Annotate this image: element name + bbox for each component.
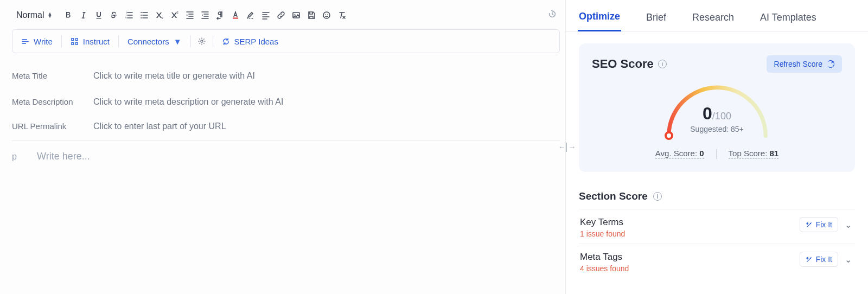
refresh-score-button[interactable]: Refresh Score [767,55,842,73]
meta-title-label: Meta Title [12,71,93,80]
fix-it-button[interactable]: Fix It [800,217,838,232]
write-button[interactable]: Write [15,33,59,50]
clear-format-button[interactable] [334,8,349,23]
editor-column: Normal ▲▼ 2 2 [0,0,565,294]
info-icon[interactable]: i [658,60,667,68]
svg-text:2: 2 [162,16,164,20]
unordered-list-button[interactable] [137,8,152,23]
expand-toggle[interactable]: ⌄ [843,252,854,267]
block-type-indicator: p [12,151,22,162]
main-editor-input[interactable] [37,151,90,162]
paragraph-style-label: Normal [16,10,44,20]
text-direction-button[interactable] [213,8,228,23]
fix-it-label: Fix It [816,255,832,264]
suggested-label: Suggested: [690,125,731,133]
url-permalink-row: URL Permalink Click to enter last part o… [12,115,560,141]
section-score-header: Section Score i [579,190,855,202]
italic-button[interactable] [76,8,91,23]
svg-rect-12 [75,38,78,40]
history-icon[interactable] [545,9,560,22]
svg-point-0 [141,12,142,13]
refresh-score-label: Refresh Score [774,60,822,68]
settings-action-button[interactable] [193,33,210,50]
score-item-issues: 1 issue found [580,229,800,238]
magic-wand-icon [806,256,813,263]
score-gauge: 0/100 Suggested: 85+ [660,78,774,137]
editor-body: p [12,151,560,162]
ai-action-bar: Write Instruct Connectors ▼ [12,29,560,53]
panel-tabs: Optimize Brief Research AI Templates [566,0,868,31]
tab-research[interactable]: Research [691,12,735,31]
fix-it-button[interactable]: Fix It [800,252,838,267]
score-item-name: Key Terms [580,217,800,228]
serp-ideas-button[interactable]: SERP Ideas [215,33,285,50]
meta-section: Meta Title Click to write meta title or … [12,63,560,141]
suggested-value: 85+ [731,125,744,133]
meta-title-input[interactable]: Click to write meta title or generate wi… [93,71,560,81]
info-icon[interactable]: i [653,192,662,201]
sort-icon: ▲▼ [48,12,53,18]
write-label: Write [34,37,53,46]
tab-ai-templates[interactable]: AI Templates [759,12,818,31]
serp-label: SERP Ideas [234,37,278,46]
meta-description-label: Meta Description [12,97,93,106]
instruct-label: Instruct [83,37,110,46]
svg-point-10 [328,14,328,15]
svg-rect-14 [75,42,78,44]
align-button[interactable] [258,8,273,23]
meta-description-row: Meta Description Click to write meta des… [12,89,560,115]
tab-brief[interactable]: Brief [645,12,667,31]
instruct-button[interactable]: Instruct [64,33,116,50]
superscript-button[interactable]: 2 [167,8,182,23]
resize-handle[interactable]: ←│→ [561,142,572,152]
score-item-meta-tags: Meta Tags 4 issues found Fix It ⌄ [579,244,855,278]
section-score-title: Section Score [579,190,648,202]
avg-score-stat: Avg. Score: 0 [655,149,704,159]
seo-score-value: 0 [703,104,712,123]
tab-optimize[interactable]: Optimize [578,11,621,31]
meta-description-input[interactable]: Click to write meta description or gener… [93,97,560,107]
fix-it-label: Fix It [816,220,832,229]
svg-rect-5 [233,18,238,19]
gear-icon [197,37,206,46]
outdent-button[interactable] [182,8,197,23]
score-item-key-terms: Key Terms 1 issue found Fix It ⌄ [579,209,855,244]
expand-toggle[interactable]: ⌄ [843,218,854,232]
url-permalink-input[interactable]: Click to enter last part of your URL [93,122,560,131]
url-permalink-label: URL Permalink [12,122,93,131]
save-button[interactable] [304,8,319,23]
text-color-button[interactable] [228,8,243,23]
bold-button[interactable] [61,8,76,23]
chevron-down-icon: ⌄ [845,255,852,264]
highlight-button[interactable] [243,8,258,23]
svg-point-9 [326,14,326,15]
top-score-stat: Top Score: 81 [729,149,779,159]
underline-button[interactable] [91,8,106,23]
ordered-list-button[interactable] [122,8,137,23]
score-item-issues: 4 issues found [580,264,800,273]
svg-text:2: 2 [177,11,179,14]
image-button[interactable] [289,8,304,23]
magic-wand-icon [806,221,813,228]
connectors-label: Connectors [127,37,169,46]
caret-down-icon: ▼ [174,37,182,46]
refresh-icon [827,60,834,68]
format-toolbar: Normal ▲▼ 2 2 [12,7,560,24]
link-button[interactable] [273,8,289,23]
connectors-button[interactable]: Connectors ▼ [121,33,188,50]
svg-point-15 [201,40,203,42]
seo-score-title: SEO Score [592,57,654,71]
paragraph-style-picker[interactable]: Normal ▲▼ [12,8,61,23]
emoji-button[interactable] [319,8,334,23]
write-icon [21,37,29,46]
chevron-down-icon: ⌄ [845,220,852,229]
meta-title-row: Meta Title Click to write meta title or … [12,63,560,89]
seo-score-card: SEO Score i Refresh Score [579,43,855,172]
subscript-button[interactable]: 2 [152,8,167,23]
seo-score-max: /100 [712,111,731,122]
insights-panel: Optimize Brief Research AI Templates SEO… [565,0,868,294]
strikethrough-button[interactable] [106,8,122,23]
svg-rect-11 [72,38,74,40]
svg-point-2 [141,17,142,18]
indent-button[interactable] [197,8,213,23]
